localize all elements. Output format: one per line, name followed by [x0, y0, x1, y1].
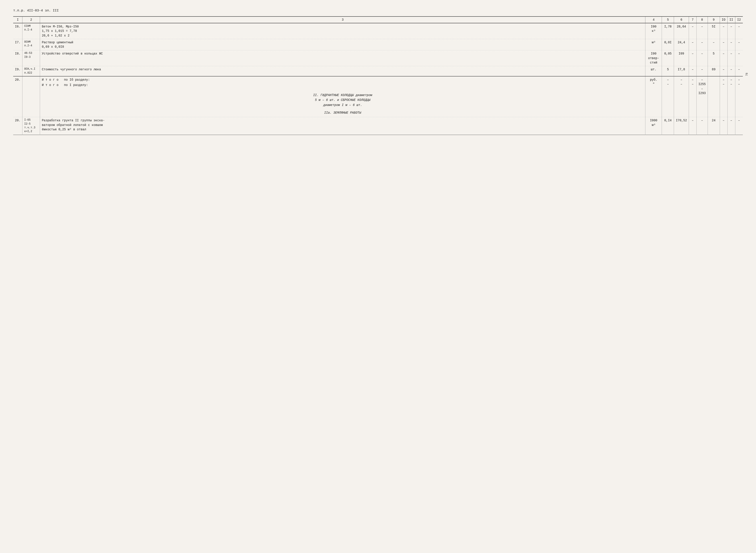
row-desc: Разработка грунта II группы экска- ватор… [40, 117, 646, 135]
col-header-7: 7 [689, 16, 696, 23]
row-num: 20. [13, 117, 22, 135]
col-header-6: 6 [674, 16, 689, 23]
itogo-line-2: И т о г о по I разделу: [42, 83, 644, 87]
row-unit: I00к³ [646, 23, 662, 39]
col-header-5: 5 [662, 16, 674, 23]
row-col8: – [696, 50, 708, 66]
col-header-3: 3 [40, 16, 646, 23]
row-desc-itogo: И т о г о по Iб разделу: И т о г о по I … [40, 76, 646, 117]
row-unit: I00отвер-стий [646, 50, 662, 66]
row-col9: 5 [708, 50, 720, 66]
row-col10: – [720, 50, 728, 66]
row-col12: – [735, 50, 743, 66]
row-col11: – [728, 23, 735, 39]
row-col7: – [689, 23, 696, 39]
row-col12-itogo: –– [735, 76, 743, 117]
row-col6-itogo: –– [674, 76, 689, 117]
table-row: I9. ОСН,ч.Iп.822 Стоимость чугунного лег… [13, 66, 743, 76]
itogo-line-1: И т о г о по Iб разделу: [42, 78, 644, 82]
row-col10: – [720, 66, 728, 76]
row-col10: – [720, 117, 728, 135]
row-col7-itogo: –– [689, 76, 696, 117]
row-unit-itogo: руб." [646, 76, 662, 117]
row-col8: – [696, 117, 708, 135]
row-col5: 0,I4 [662, 117, 674, 135]
section-heading-II: II. ГИДРАНТНЫЕ КОЛОДЦЫ диаметром 5 м – 6… [42, 91, 644, 108]
col-header-1: I [13, 16, 22, 23]
row-num: I8. [13, 50, 22, 66]
subsection-heading-IIa: IIа. ЗЕМЛЯНЫЕ РАБОТЫ [42, 110, 644, 116]
row-col5: I,78 [662, 23, 674, 39]
row-col5: 0,05 [662, 50, 674, 66]
row-col8: – [696, 23, 708, 39]
row-col12: – 78 [735, 66, 743, 76]
row-col7: – [689, 117, 696, 135]
row-col8: – [696, 66, 708, 76]
table-row: I8. 46-53I9-3 Устройство отверстий в кол… [13, 50, 743, 66]
row-col5: 5 [662, 66, 674, 76]
table-header-row: I 2 3 4 5 6 7 8 9 IO II I2 [13, 16, 743, 23]
row-col11-itogo: –– [728, 76, 735, 117]
row-code [22, 76, 40, 117]
row-col10-itogo: –– [720, 76, 728, 117]
row-col9: 89 [708, 66, 720, 76]
col-header-12: I2 [735, 16, 743, 23]
row-col7: – [689, 39, 696, 50]
row-unit: м³ [646, 39, 662, 50]
row-col6: I7,8 [674, 66, 689, 76]
row-unit: I000м³ [646, 117, 662, 135]
row-col12: – [735, 117, 743, 135]
row-code: ОСНМп.2-4 [22, 39, 40, 50]
main-table: I 2 3 4 5 6 7 8 9 IO II I2 I6. ССНМп.I-4… [13, 16, 743, 135]
row-col11: – [728, 50, 735, 66]
row-col9-itogo [708, 76, 720, 117]
row-col12: – [735, 23, 743, 39]
col-header-10: IO [720, 16, 728, 23]
col-header-8: 8 [696, 16, 708, 23]
row-col6: I09 [674, 50, 689, 66]
row-col7: – [689, 50, 696, 66]
row-col10: – [720, 39, 728, 50]
row-col6: 24,4 [674, 39, 689, 50]
row-desc: Бетон М-I50, Мрз-I50 1,75 x 1,015 = 7,78… [40, 23, 646, 39]
row-col12: – [735, 39, 743, 50]
col-header-9: 9 [708, 16, 720, 23]
header-label: т.п.р. 4II-03-4 зл. III [13, 9, 59, 12]
table-row-20: 20. И т о г о по Iб разделу: И т о г о п… [13, 76, 743, 117]
col-header-4: 4 [646, 16, 662, 23]
col-header-11: II [728, 16, 735, 23]
row-code: ССНМп.I-4 [22, 23, 40, 39]
row-col5: 0,0I [662, 39, 674, 50]
row-unit: шт. [646, 66, 662, 76]
row-col9: 5I [708, 23, 720, 39]
row-code: I-65I2-5т.ч.т.3к=I,2 [22, 117, 40, 135]
row-num: I9. [13, 66, 22, 76]
table-row: I6. ССНМп.I-4 Бетон М-I50, Мрз-I50 1,75 … [13, 23, 743, 39]
row-desc: Раствор цементный 0,69 x 0,0I8 [40, 39, 646, 50]
row-col5-itogo: –– [662, 76, 674, 117]
row-col6: I70,52 [674, 117, 689, 135]
row-col11: – [728, 39, 735, 50]
row-code: 46-53I9-3 [22, 50, 40, 66]
table-row-20b: 20. I-65I2-5т.ч.т.3к=I,2 Разработка грун… [13, 117, 743, 135]
row-col11: – [728, 117, 735, 135]
row-col6: 28,64 [674, 23, 689, 39]
row-num: I7. [13, 39, 22, 50]
row-col9: 24 [708, 117, 720, 135]
row-col9: – [708, 39, 720, 50]
row-col11: – [728, 66, 735, 76]
col-header-2: 2 [22, 16, 40, 23]
table-row: I7. ОСНМп.2-4 Раствор цементный 0,69 x 0… [13, 39, 743, 50]
row-desc: Устройство отверстий в кольцах ЖС [40, 50, 646, 66]
row-num: 20. [13, 76, 22, 117]
row-desc: Стоимость чугунного легкого люка [40, 66, 646, 76]
page-header: т.п.р. 4II-03-4 зл. III [13, 9, 743, 12]
row-col8: – [696, 39, 708, 50]
row-code: ОСН,ч.Iп.822 [22, 66, 40, 76]
row-col10: – [720, 23, 728, 39]
row-num: I6. [13, 23, 22, 39]
row-col8-itogo: – I255– I293 [696, 76, 708, 117]
row-col7: – [689, 66, 696, 76]
